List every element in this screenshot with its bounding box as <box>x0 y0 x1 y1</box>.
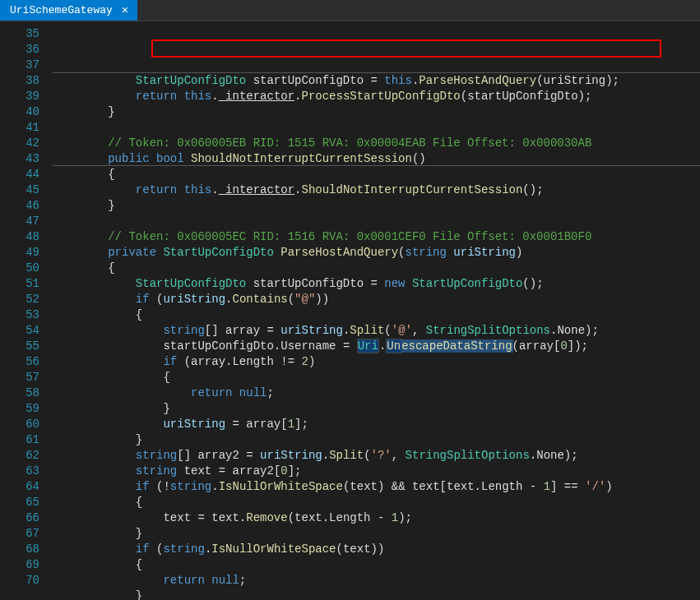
code-token: ShouldNotInterruptCurrentSession <box>302 183 523 196</box>
code-token <box>350 339 356 353</box>
code-line[interactable] <box>53 120 700 136</box>
code-line[interactable]: } <box>53 588 700 600</box>
code-token <box>53 449 136 462</box>
code-line[interactable]: return null; <box>53 385 700 401</box>
code-line[interactable]: uriString = array[1]; <box>53 417 700 432</box>
line-number: 62 <box>0 448 39 464</box>
code-token: { <box>53 371 170 384</box>
line-number: 65 <box>0 495 39 510</box>
code-token <box>53 74 136 87</box>
code-line[interactable]: startUpConfigDto.Username = Uri.Unescape… <box>53 339 700 354</box>
code-line[interactable]: if (array.Length != 2) <box>53 354 700 370</box>
line-number: 69 <box>0 557 39 573</box>
tab-close-icon[interactable]: ✕ <box>119 5 131 16</box>
code-line[interactable]: string[] array = uriString.Split('@', St… <box>53 323 700 339</box>
code-token: array <box>225 324 260 337</box>
code-token: StringSplitOptions <box>406 449 530 462</box>
code-content[interactable]: StartUpConfigDto startUpConfigDto = this… <box>53 21 700 600</box>
code-token <box>246 74 253 87</box>
code-line[interactable]: if (!string.IsNullOrWhiteSpace(text) && … <box>53 479 700 495</box>
line-number: 42 <box>0 136 39 151</box>
code-line[interactable]: { <box>53 307 700 323</box>
code-token: escapeDataString <box>401 339 512 353</box>
code-line[interactable]: { <box>53 167 700 182</box>
tab-bar: UriSchemeGateway ✕ <box>0 0 700 21</box>
code-token: StringSplitOptions <box>426 324 550 337</box>
code-token: = <box>219 464 225 478</box>
code-token <box>53 386 191 399</box>
code-line[interactable]: string[] array2 = uriString.Split('?', S… <box>53 448 700 464</box>
code-token: uriString <box>260 449 322 462</box>
code-token: { <box>53 558 142 571</box>
code-line[interactable]: text = text.Remove(text.Length - 1); <box>53 510 700 526</box>
line-number: 38 <box>0 73 39 89</box>
code-token: return <box>163 574 204 587</box>
code-token: 1 <box>544 480 550 493</box>
code-line[interactable]: { <box>53 370 700 385</box>
code-line[interactable]: { <box>53 495 700 510</box>
code-token <box>177 464 183 478</box>
code-token: None <box>557 324 585 337</box>
code-line[interactable]: { <box>53 261 700 276</box>
code-line[interactable]: return this._interactor.ShouldNotInterru… <box>53 182 700 198</box>
code-line[interactable]: } <box>53 432 700 448</box>
code-token: 0 <box>560 339 567 353</box>
code-token: StartUpConfigDto <box>412 277 522 290</box>
code-token: Contains <box>232 293 287 306</box>
code-line[interactable]: if (string.IsNullOrWhiteSpace(text)) <box>53 542 700 557</box>
code-token: ( <box>150 542 164 556</box>
code-line[interactable]: if (uriString.Contains("@")) <box>53 292 700 307</box>
code-token: ]; <box>288 464 302 478</box>
code-token: (); <box>522 277 543 290</box>
code-token: ParseHostAndQuery <box>280 246 398 259</box>
code-token: uriString <box>163 418 225 431</box>
code-line[interactable] <box>53 214 700 229</box>
code-line[interactable]: string text = array2[0]; <box>53 464 700 479</box>
code-line[interactable]: } <box>53 198 700 214</box>
code-token: ( <box>364 449 370 462</box>
code-token <box>205 574 211 587</box>
code-token: new <box>384 277 405 290</box>
code-token: text <box>211 511 239 524</box>
code-line[interactable]: return null; <box>53 573 700 588</box>
code-line[interactable]: } <box>53 401 700 417</box>
code-token: StartUpConfigDto <box>163 246 273 259</box>
code-token: startUpConfigDto <box>467 90 577 103</box>
code-line[interactable]: } <box>53 104 700 120</box>
line-number: 36 <box>0 42 39 58</box>
line-number: 67 <box>0 526 39 542</box>
code-token: . <box>239 511 246 524</box>
code-token: None <box>536 449 564 462</box>
code-token <box>53 355 163 368</box>
code-line[interactable]: // Token: 0x060005EB RID: 1515 RVA: 0x00… <box>53 136 700 151</box>
code-editor[interactable]: 3536373839404142434445464748495051525354… <box>0 21 700 600</box>
code-line[interactable]: { <box>53 557 700 573</box>
code-line[interactable]: } <box>53 526 700 542</box>
line-number: 64 <box>0 479 39 495</box>
code-token: . <box>294 90 301 103</box>
code-token: text <box>412 480 440 493</box>
code-token: )) <box>371 542 385 556</box>
code-token: text <box>163 511 191 524</box>
code-token: array2 <box>232 464 273 478</box>
code-token: } <box>53 433 142 446</box>
code-line[interactable]: StartUpConfigDto startUpConfigDto = this… <box>53 73 700 89</box>
code-line[interactable]: return this._interactor.ProcessStartUpCo… <box>53 89 700 104</box>
code-token: . <box>211 480 218 493</box>
code-line[interactable]: private StartUpConfigDto ParseHostAndQue… <box>53 245 700 261</box>
code-token: this <box>184 90 212 103</box>
annotation-highlight-box <box>151 39 661 58</box>
line-number: 48 <box>0 229 39 245</box>
code-line[interactable]: StartUpConfigDto startUpConfigDto = new … <box>53 276 700 292</box>
code-line[interactable]: // Token: 0x060005EC RID: 1516 RVA: 0x00… <box>53 229 700 245</box>
code-token: ( <box>288 511 294 524</box>
line-number: 49 <box>0 245 39 261</box>
code-token: text <box>447 480 475 493</box>
code-token <box>406 480 412 493</box>
code-token: ParseHostAndQuery <box>419 74 536 87</box>
code-token: } <box>53 402 170 415</box>
code-token: uriString <box>280 324 343 337</box>
code-token: ; <box>239 574 246 587</box>
code-token: // Token: 0x060005EC RID: 1516 RVA: 0x00… <box>108 230 591 243</box>
tab-uri-scheme-gateway[interactable]: UriSchemeGateway ✕ <box>0 0 137 21</box>
